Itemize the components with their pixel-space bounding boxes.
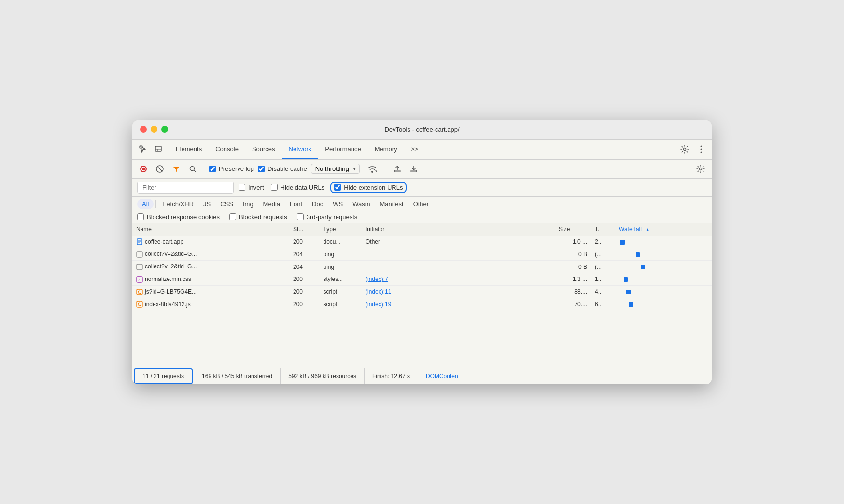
svg-text:✓: ✓ bbox=[138, 278, 140, 282]
minimize-button[interactable] bbox=[151, 126, 157, 133]
col-header-time[interactable]: T. bbox=[591, 223, 615, 236]
blocked-requests-checkbox[interactable] bbox=[229, 213, 236, 220]
type-filter-other[interactable]: Other bbox=[408, 199, 434, 209]
cell-waterfall bbox=[615, 261, 712, 273]
cell-time: (... bbox=[591, 248, 615, 261]
maximize-button[interactable] bbox=[161, 126, 168, 133]
tab-sources[interactable]: Sources bbox=[245, 139, 282, 159]
cell-initiator: Other bbox=[362, 236, 555, 248]
network-toolbar: Preserve log Disable cache No throttling bbox=[132, 160, 712, 179]
type-filter-img[interactable]: Img bbox=[238, 199, 258, 209]
hide-data-urls-checkbox[interactable] bbox=[271, 184, 278, 191]
tab-network[interactable]: Network bbox=[282, 139, 319, 159]
cell-status: 204 bbox=[289, 261, 320, 273]
initiator-link[interactable]: (index):11 bbox=[366, 288, 391, 295]
cell-name: index-8bfa4912.js bbox=[132, 298, 289, 310]
col-header-size[interactable]: Size bbox=[555, 223, 591, 236]
svg-line-29 bbox=[139, 291, 141, 293]
network-table-container[interactable]: Name St... Type Initiator Size bbox=[132, 223, 712, 368]
devtools-icons bbox=[136, 142, 165, 156]
cell-name: ✓normalize.min.css bbox=[132, 273, 289, 285]
filter-input[interactable] bbox=[137, 182, 234, 194]
type-filter-font[interactable]: Font bbox=[285, 199, 307, 209]
export-button[interactable] bbox=[391, 163, 404, 175]
table-row[interactable]: js?id=G-LB75G4E... 200 script (index):11… bbox=[132, 285, 712, 298]
table-row[interactable]: collect?v=2&tid=G... 204 ping 0 B (... bbox=[132, 248, 712, 261]
blocked-cookies-checkbox[interactable] bbox=[137, 213, 144, 220]
blocked-cookies-label[interactable]: Blocked response cookies bbox=[137, 213, 220, 221]
cell-status: 200 bbox=[289, 273, 320, 285]
tab-console[interactable]: Console bbox=[209, 139, 245, 159]
third-party-checkbox[interactable] bbox=[297, 213, 304, 220]
tab-performance[interactable]: Performance bbox=[318, 139, 367, 159]
col-header-status[interactable]: St... bbox=[289, 223, 320, 236]
tab-elements[interactable]: Elements bbox=[169, 139, 209, 159]
third-party-label[interactable]: 3rd-party requests bbox=[297, 213, 358, 221]
type-filter-manifest[interactable]: Manifest bbox=[375, 199, 408, 209]
cursor-icon[interactable] bbox=[136, 142, 150, 156]
col-header-waterfall[interactable]: Waterfall ▲ bbox=[615, 223, 712, 236]
tab-more[interactable]: >> bbox=[404, 139, 425, 159]
tabbar-actions bbox=[678, 142, 708, 156]
kebab-menu-icon[interactable] bbox=[694, 142, 708, 156]
table-row[interactable]: ✓normalize.min.css 200 styles... (index)… bbox=[132, 273, 712, 285]
close-button[interactable] bbox=[140, 126, 147, 133]
svg-rect-1 bbox=[155, 146, 161, 151]
initiator-link[interactable]: (index):7 bbox=[366, 276, 388, 282]
type-filter-media[interactable]: Media bbox=[258, 199, 285, 209]
filter-toggle-button[interactable] bbox=[170, 163, 183, 175]
record-button[interactable] bbox=[137, 163, 150, 175]
table-row[interactable]: index-8bfa4912.js 200 script (index):19 … bbox=[132, 298, 712, 310]
inspector-icon[interactable] bbox=[152, 142, 165, 156]
import-button[interactable] bbox=[408, 163, 420, 175]
svg-rect-17 bbox=[411, 170, 417, 172]
svg-rect-23 bbox=[137, 252, 142, 257]
col-header-initiator[interactable]: Initiator bbox=[362, 223, 555, 236]
cell-initiator bbox=[362, 248, 555, 261]
cell-status: 200 bbox=[289, 236, 320, 248]
cell-initiator: (index):19 bbox=[362, 298, 555, 310]
cell-type: ping bbox=[320, 248, 362, 261]
type-filter-doc[interactable]: Doc bbox=[307, 199, 328, 209]
type-filter-js[interactable]: JS bbox=[198, 199, 215, 209]
cell-status: 200 bbox=[289, 285, 320, 298]
type-filter-fetch[interactable]: Fetch/XHR bbox=[158, 199, 198, 209]
type-filter-ws[interactable]: WS bbox=[328, 199, 348, 209]
type-filter-all[interactable]: All bbox=[137, 199, 154, 209]
hide-extension-urls-checkbox[interactable] bbox=[334, 184, 341, 191]
network-conditions-button[interactable] bbox=[364, 163, 381, 175]
table-row[interactable]: collect?v=2&tid=G... 204 ping 0 B (... bbox=[132, 261, 712, 273]
disable-cache-checkbox[interactable] bbox=[258, 166, 265, 172]
cell-type: script bbox=[320, 285, 362, 298]
preserve-log-label[interactable]: Preserve log bbox=[209, 165, 254, 172]
col-header-name[interactable]: Name bbox=[132, 223, 289, 236]
type-filter-css[interactable]: CSS bbox=[215, 199, 238, 209]
hide-extension-urls-label[interactable]: Hide extension URLs bbox=[331, 183, 406, 192]
svg-point-7 bbox=[701, 152, 702, 153]
initiator-link[interactable]: (index):19 bbox=[366, 301, 391, 308]
svg-line-14 bbox=[376, 170, 377, 171]
preserve-log-checkbox[interactable] bbox=[209, 166, 216, 172]
table-row[interactable]: coffee-cart.app 200 docu... Other 1.0 ..… bbox=[132, 236, 712, 248]
tab-memory[interactable]: Memory bbox=[368, 139, 404, 159]
finish-time: Finish: 12.67 s bbox=[365, 368, 418, 384]
invert-checkbox[interactable] bbox=[239, 184, 245, 191]
svg-point-9 bbox=[141, 167, 145, 171]
throttle-wrapper: No throttling bbox=[311, 164, 360, 174]
clear-button[interactable] bbox=[154, 163, 166, 175]
cell-name: js?id=G-LB75G4E... bbox=[132, 285, 289, 298]
svg-line-11 bbox=[158, 167, 162, 171]
requests-count: 11 / 21 requests bbox=[134, 368, 193, 384]
search-button[interactable] bbox=[186, 163, 199, 175]
throttle-select[interactable]: No throttling bbox=[311, 164, 360, 174]
toolbar-divider-1 bbox=[204, 164, 204, 174]
network-settings-button[interactable] bbox=[694, 163, 707, 175]
invert-label[interactable]: Invert bbox=[239, 184, 264, 191]
type-filter-wasm[interactable]: Wasm bbox=[348, 199, 375, 209]
hide-data-urls-label[interactable]: Hide data URLs bbox=[271, 184, 325, 191]
col-header-type[interactable]: Type bbox=[320, 223, 362, 236]
blocked-requests-label[interactable]: Blocked requests bbox=[229, 213, 287, 221]
settings-icon[interactable] bbox=[678, 142, 691, 156]
disable-cache-label[interactable]: Disable cache bbox=[258, 165, 307, 172]
cell-type: styles... bbox=[320, 273, 362, 285]
